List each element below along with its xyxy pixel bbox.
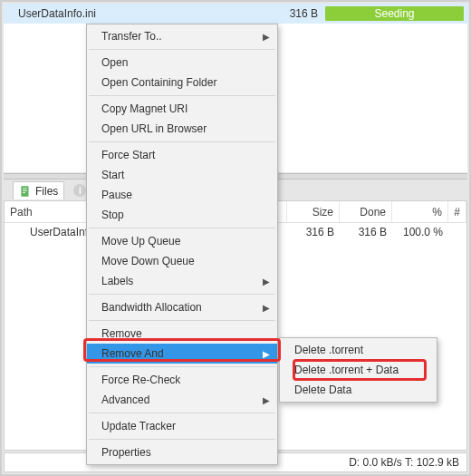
menu-separator	[89, 95, 275, 96]
menu-transfer-to[interactable]: Transfer To.. ▶	[87, 26, 277, 46]
menu-bandwidth[interactable]: Bandwidth Allocation ▶	[87, 297, 277, 317]
menu-open-url-label: Open URL in Browser	[101, 122, 207, 135]
svg-rect-2	[23, 189, 27, 190]
menu-open-label: Open	[101, 56, 128, 69]
menu-start-label: Start	[101, 169, 124, 181]
col-percent[interactable]: %	[392, 201, 448, 222]
menu-copy-magnet-label: Copy Magnet URI	[101, 102, 187, 115]
torrent-name: UserDataInfo.ini	[4, 7, 275, 20]
menu-force-recheck[interactable]: Force Re-Check	[87, 370, 277, 390]
cell-done: 316 B	[340, 226, 392, 238]
chevron-right-icon: ▶	[263, 303, 270, 313]
col-pieces[interactable]: #	[448, 201, 466, 222]
menu-properties[interactable]: Properties	[87, 442, 277, 462]
status-badge: Seeding	[325, 6, 464, 21]
menu-stop-label: Stop	[101, 209, 124, 221]
menu-open-containing-label: Open Containing Folder	[101, 76, 216, 89]
menu-labels[interactable]: Labels ▶	[87, 271, 277, 291]
col-size[interactable]: Size	[287, 201, 340, 222]
chevron-right-icon: ▶	[263, 277, 270, 287]
context-menu: Transfer To.. ▶ Open Open Containing Fol…	[86, 24, 278, 465]
file-icon	[19, 185, 32, 198]
menu-open-url: Open URL in Browser	[87, 119, 277, 139]
torrent-row[interactable]: UserDataInfo.ini 316 B Seeding	[4, 4, 467, 24]
info-icon: i	[73, 184, 86, 197]
menu-move-down[interactable]: Move Down Queue	[87, 251, 277, 271]
menu-pause-label: Pause	[101, 189, 132, 201]
menu-open[interactable]: Open	[87, 53, 277, 73]
menu-open-containing[interactable]: Open Containing Folder	[87, 73, 277, 92]
chevron-right-icon: ▶	[263, 349, 270, 359]
menu-update-tracker: Update Tracker	[87, 416, 277, 436]
chevron-right-icon: ▶	[263, 32, 270, 42]
menu-pause[interactable]: Pause	[87, 185, 277, 205]
menu-separator	[89, 141, 275, 142]
statusbar-text: D: 0.0 kB/s T: 102.9 kB	[349, 456, 459, 469]
tab-files[interactable]: Files	[13, 181, 64, 199]
menu-remove[interactable]: Remove	[87, 324, 277, 344]
submenu-delete-torrent-data-label: Delete .torrent + Data	[294, 364, 399, 376]
menu-separator	[89, 320, 275, 321]
menu-separator	[89, 439, 275, 440]
menu-move-up-label: Move Up Queue	[101, 235, 180, 248]
menu-bandwidth-label: Bandwidth Allocation	[101, 301, 202, 314]
menu-stop[interactable]: Stop	[87, 205, 277, 225]
cell-size: 316 B	[287, 226, 340, 238]
menu-force-start-label: Force Start	[101, 149, 155, 161]
menu-force-recheck-label: Force Re-Check	[101, 374, 180, 386]
submenu-delete-data-label: Delete Data	[294, 384, 351, 396]
submenu-delete-data[interactable]: Delete Data	[280, 380, 437, 400]
menu-separator	[89, 294, 275, 295]
cell-percent: 100.0 %	[392, 226, 448, 238]
menu-move-down-label: Move Down Queue	[101, 255, 195, 267]
tab-files-label: Files	[35, 185, 58, 198]
submenu-delete-torrent-data[interactable]: Delete .torrent + Data	[280, 360, 437, 380]
menu-remove-and[interactable]: Remove And ▶	[87, 344, 277, 364]
svg-rect-1	[23, 188, 27, 189]
menu-transfer-to-label: Transfer To..	[101, 30, 162, 43]
menu-advanced-label: Advanced	[101, 393, 149, 406]
menu-move-up[interactable]: Move Up Queue	[87, 231, 277, 251]
menu-labels-label: Labels	[101, 275, 133, 287]
menu-remove-label: Remove	[101, 327, 142, 340]
submenu-delete-torrent-label: Delete .torrent	[294, 344, 363, 356]
menu-update-tracker-label: Update Tracker	[101, 420, 176, 432]
menu-separator	[89, 413, 275, 413]
submenu-delete-torrent[interactable]: Delete .torrent	[280, 340, 437, 360]
menu-separator	[89, 228, 275, 228]
svg-rect-0	[21, 186, 28, 197]
menu-separator	[89, 366, 275, 367]
menu-copy-magnet[interactable]: Copy Magnet URI	[87, 99, 277, 119]
menu-properties-label: Properties	[101, 446, 151, 459]
detail-tabs: Files i	[4, 180, 91, 200]
col-done[interactable]: Done	[340, 201, 392, 222]
menu-start: Start	[87, 165, 277, 185]
remove-and-submenu: Delete .torrent Delete .torrent + Data D…	[279, 337, 437, 403]
svg-rect-3	[23, 192, 25, 193]
menu-remove-and-label: Remove And	[101, 347, 164, 360]
chevron-right-icon: ▶	[263, 395, 270, 405]
menu-force-start[interactable]: Force Start	[87, 145, 277, 165]
menu-separator	[89, 49, 275, 50]
torrent-size: 316 B	[275, 7, 325, 20]
menu-advanced[interactable]: Advanced ▶	[87, 390, 277, 410]
